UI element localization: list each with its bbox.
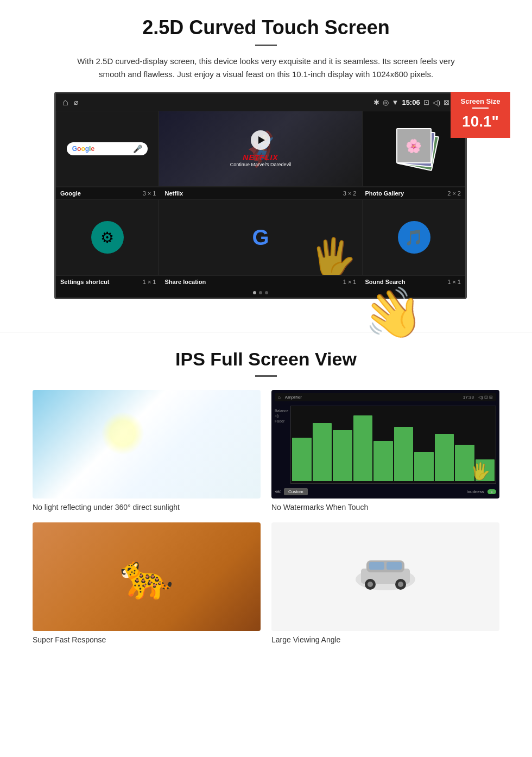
netflix-size: 3 × 2 xyxy=(343,190,357,197)
settings-name: Settings shortcut xyxy=(60,279,109,285)
dot-1 xyxy=(253,291,256,294)
flower-icon: 🌸 xyxy=(406,138,422,154)
google-name: Google xyxy=(60,190,81,197)
google-label: Google 3 × 1 xyxy=(56,187,161,199)
photo-gallery-cell[interactable]: 🌸 xyxy=(363,111,465,187)
amp-time: 17:33 xyxy=(463,395,474,400)
amp-bar-6 xyxy=(394,427,413,482)
amp-loudness-label: loudness xyxy=(467,489,484,494)
app-row2: ⚙ G 🖐 🎵 xyxy=(56,199,465,275)
section2-ips: IPS Full Screen View No light reflecting… xyxy=(0,349,532,666)
sound-size: 1 × 1 xyxy=(447,279,461,285)
svg-point-6 xyxy=(368,582,373,587)
svg-rect-4 xyxy=(387,562,402,570)
amp-toggle[interactable]: ● xyxy=(487,489,496,494)
amp-icons: ◁) ⊡ ⊟ xyxy=(478,395,493,400)
section1-description: With 2.5D curved-display screen, this de… xyxy=(76,55,456,81)
feature-car: Large Viewing Angle xyxy=(271,522,499,644)
netflix-app-cell[interactable]: 🦸 NETFLIX Continue Marvel's Daredevil xyxy=(159,111,363,187)
badge-label: Screen Size xyxy=(454,97,507,105)
sunlight-caption: No light reflecting under 360° direct su… xyxy=(33,503,261,512)
share-size: 1 × 1 xyxy=(343,279,357,285)
status-bar: ⌂ ⌀ ✱ ◎ ▼ 15:06 ⊡ ◁) ⊠ ⊟ xyxy=(56,93,465,111)
google-size: 3 × 1 xyxy=(143,190,156,197)
mic-icon: 🎤 xyxy=(133,144,142,153)
feature-amplifier: ⌂ Amplifier 17:33 ◁) ⊡ ⊟ Balance ◁) Fade… xyxy=(271,390,499,512)
google-search-bar[interactable]: Google 🎤 xyxy=(67,142,148,155)
netflix-logo: NETFLIX xyxy=(230,153,291,162)
amp-bar-5 xyxy=(373,441,392,481)
hand-on-amp: 🖐 xyxy=(470,462,490,481)
amp-bar-1 xyxy=(292,438,311,481)
google-logo: Google xyxy=(72,145,94,153)
netflix-content: NETFLIX Continue Marvel's Daredevil xyxy=(230,130,291,167)
photo-size: 2 × 2 xyxy=(447,190,461,197)
svg-point-8 xyxy=(398,582,403,587)
share-name: Share location xyxy=(165,279,206,285)
hand-overlay: 🖐 xyxy=(309,236,357,275)
amp-bar-4 xyxy=(353,415,372,481)
x-icon: ⊠ xyxy=(444,98,449,106)
photo-gallery-label: Photo Gallery 2 × 2 xyxy=(361,187,466,199)
gmaps-icon: G xyxy=(252,225,269,250)
signal-icon: ▼ xyxy=(392,98,399,106)
status-icons: ✱ ◎ ▼ 15:06 ⊡ ◁) ⊠ ⊟ xyxy=(373,98,459,106)
device-outer: Screen Size 10.1" ⌂ ⌀ ✱ ◎ ▼ 15:06 ⊡ xyxy=(54,92,478,299)
share-label: Share location 1 × 1 xyxy=(161,276,361,288)
amp-custom: Custom xyxy=(284,488,308,495)
play-button[interactable] xyxy=(251,130,270,150)
photo-stack: 🌸 xyxy=(395,127,433,171)
features-grid: No light reflecting under 360° direct su… xyxy=(33,390,499,644)
badge-divider xyxy=(472,108,489,109)
app-row1: Google 🎤 🦸 NETFLIX Continue xyxy=(56,111,465,187)
cheetah-caption: Super Fast Response xyxy=(33,635,261,644)
dot-2 xyxy=(259,291,262,294)
netflix-subtitle: Continue Marvel's Daredevil xyxy=(230,162,291,167)
settings-cell[interactable]: ⚙ xyxy=(56,199,159,275)
amp-header: ⌂ Amplifier 17:33 ◁) ⊡ ⊟ xyxy=(275,393,496,401)
dot-3 xyxy=(265,291,268,294)
badge-size: 10.1" xyxy=(462,113,499,130)
touch-hand: 👋 xyxy=(358,281,428,348)
netflix-label: Netflix 3 × 2 xyxy=(161,187,361,199)
sound-search-cell[interactable]: 🎵 xyxy=(363,199,465,275)
amp-bar-7 xyxy=(414,452,433,481)
settings-icon: ⚙ xyxy=(91,221,124,254)
section1-curved-touch: 2.5D Curved Touch Screen With 2.5D curve… xyxy=(0,0,532,310)
google-app-cell[interactable]: Google 🎤 xyxy=(56,111,159,187)
amp-bar-8 xyxy=(435,434,454,481)
cheetah-image xyxy=(33,522,261,631)
time-display: 15:06 xyxy=(402,98,420,106)
amp-bar-3 xyxy=(333,430,352,481)
amp-fader: Fader xyxy=(275,419,288,423)
screen-size-badge: Screen Size 10.1" xyxy=(451,92,510,138)
car-image xyxy=(271,522,499,631)
device-screen: ⌂ ⌀ ✱ ◎ ▼ 15:06 ⊡ ◁) ⊠ ⊟ xyxy=(54,92,467,299)
volume-icon: ◁) xyxy=(433,98,440,106)
device-container: Screen Size 10.1" ⌂ ⌀ ✱ ◎ ▼ 15:06 ⊡ xyxy=(33,92,499,299)
netflix-name: Netflix xyxy=(165,190,183,197)
amplifier-caption: No Watermarks When Touch xyxy=(271,503,499,512)
usb-icon: ⌀ xyxy=(74,98,78,106)
home-icon: ⌂ xyxy=(62,97,68,108)
section1-title: 2.5D Curved Touch Screen xyxy=(33,16,499,39)
amp-volume-icon: ◁) xyxy=(275,414,288,418)
sunlight-image xyxy=(33,390,261,499)
amp-balance: Balance xyxy=(275,409,288,413)
title-divider xyxy=(255,45,277,46)
feature-cheetah: Super Fast Response xyxy=(33,522,261,644)
section2-divider xyxy=(255,375,277,377)
amp-home-icon: ⌂ xyxy=(278,395,281,400)
amp-footer: ⋘ Custom loudness ● xyxy=(275,488,496,495)
car-svg xyxy=(347,539,423,615)
share-location-cell[interactable]: G 🖐 xyxy=(159,199,363,275)
amplifier-image: ⌂ Amplifier 17:33 ◁) ⊡ ⊟ Balance ◁) Fade… xyxy=(271,390,499,499)
section2-title: IPS Full Screen View xyxy=(33,349,499,370)
photo-name: Photo Gallery xyxy=(365,190,404,197)
amp-body: Balance ◁) Fader xyxy=(275,406,496,484)
svg-rect-3 xyxy=(369,562,384,570)
amp-prev: ⋘ xyxy=(275,489,281,494)
app-label-row1: Google 3 × 1 Netflix 3 × 2 Photo Gallery… xyxy=(56,187,465,199)
amp-bar-2 xyxy=(313,423,332,481)
settings-label: Settings shortcut 1 × 1 xyxy=(56,276,161,288)
